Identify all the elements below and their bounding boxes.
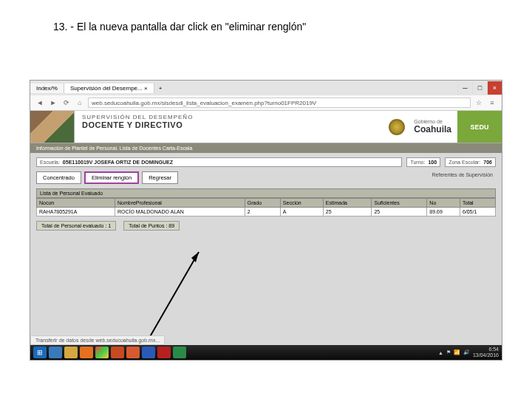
turno-label: Turno: [410,160,425,165]
powerpoint-icon[interactable] [111,347,124,358]
cell-estimada: 25 [323,208,372,216]
minimize-button[interactable]: ─ [457,81,472,95]
pdf-icon[interactable] [157,347,171,358]
window-controls: ─ □ × [457,81,502,95]
escuela-field: Escuela: 05E110019V JOSEFA ORTIZ DE DOMI… [36,157,402,167]
zona-value: 706 [483,160,492,165]
status-bar: Transferir de datos desde web.seducoahui… [30,335,165,345]
tab-close-icon[interactable]: × [144,85,148,92]
taskbar: ⊞ ▲ ⚑ 📶 🔊 6:54 13/04/2016 [30,345,502,360]
table-row[interactable]: RAHA7805291A ROCÍO MALDONADO ALAN 2 A 25… [37,208,496,216]
tray-network-icon[interactable]: 📶 [454,349,460,355]
address-bar: ◄ ► ⟳ ⌂ web.seducoahuila.gob.mx/sisdesdi… [30,95,502,110]
field-row: Escuela: 05E110019V JOSEFA ORTIZ DE DOMI… [36,157,496,167]
seal-icon [389,119,405,135]
personnel-table: Nocon NombreProfesional Grado Sección Es… [36,198,496,216]
start-button[interactable]: ⊞ [33,347,47,358]
summary-personal-label: Total de Personal evaluado : [41,223,106,228]
reload-icon[interactable]: ⟳ [61,98,72,108]
clock-time: 6:54 [473,347,499,352]
forward-icon[interactable]: ► [48,98,58,108]
regresar-button[interactable]: Regresar [142,171,178,184]
header-line2: DOCENTE Y DIRECTIVO [82,120,378,129]
eliminar-renglon-button[interactable]: Eliminar renglón [84,171,139,184]
close-button[interactable]: × [487,81,502,95]
excel-icon[interactable] [173,347,186,358]
home-icon[interactable]: ⌂ [75,98,85,108]
cell-suficientes: 25 [372,208,427,216]
escuela-value: 05E110019V JOSEFA ORTIZ DE DOMINGUEZ [63,160,173,165]
th-estimada: Estimada [323,199,372,208]
gov-label: Gobierno de [414,119,451,124]
th-nombre: NombreProfesional [115,199,245,208]
gov-name: Coahuila [414,124,451,134]
new-tab-button[interactable]: + [154,85,167,92]
menu-icon[interactable]: ≡ [487,98,497,108]
escuela-label: Escuela: [40,160,60,165]
cell-nombre: ROCÍO MALDONADO ALAN [115,208,245,216]
zona-label: Zona Escolar: [449,160,480,165]
header-titles: SUPERVISIÓN DEL DESEMPEÑO DOCENTE Y DIRE… [75,111,386,143]
bookmark-icon[interactable]: ☆ [474,98,484,108]
powerpoint2-icon[interactable] [126,347,140,358]
th-seccion: Sección [280,199,323,208]
cell-nocon: RAHA7805291A [37,208,115,216]
summary-puntos-value: 89 [168,223,174,228]
word-icon[interactable] [142,347,155,358]
page-content: SUPERVISIÓN DEL DESEMPEÑO DOCENTE Y DIRE… [30,111,502,346]
cell-grado: 2 [245,208,280,216]
header-photo [30,111,75,143]
th-suficientes: Suficientes [372,199,427,208]
concentrado-button[interactable]: Concentrado [36,171,81,184]
sub-header: Lista de Personal Evaluado [36,188,496,198]
tray-flag-icon[interactable]: ⚑ [446,349,451,355]
header-gov: Gobierno de Coahuila [408,111,457,143]
clock[interactable]: 6:54 13/04/2016 [473,347,499,358]
th-no: No [427,199,460,208]
cell-total: 6/05/1 [460,208,495,216]
breadcrumb: Información de Plantel de Personal. List… [30,143,502,153]
chrome-icon[interactable] [95,347,109,358]
maximize-button[interactable]: □ [472,81,487,95]
header-banner: SUPERVISIÓN DEL DESEMPEÑO DOCENTE Y DIRE… [30,111,502,143]
th-nocon: Nocon [37,199,115,208]
turno-value: 100 [428,160,437,165]
ie-icon[interactable] [49,347,62,358]
cell-seccion: A [280,208,323,216]
browser-window: Index/% Supervisión del Desempe... × + ─… [30,80,502,361]
header-seal [386,111,408,143]
content-area: Escuela: 05E110019V JOSEFA ORTIZ DE DOMI… [30,153,502,235]
action-row: Concentrado Eliminar renglón Regresar Re… [36,171,496,184]
system-tray[interactable]: ▲ ⚑ 📶 🔊 6:54 13/04/2016 [438,347,499,358]
ref-header: Referentes de Supervisión [429,171,497,184]
tab-supervision[interactable]: Supervisión del Desempe... × [64,83,154,93]
instruction-text: 13. - El la nueva pantalla dar click en … [53,21,306,33]
summary-personal-value: 1 [108,223,111,228]
table-header-row: Nocon NombreProfesional Grado Sección Es… [37,199,496,208]
back-icon[interactable]: ◄ [35,98,45,108]
tab-bar: Index/% Supervisión del Desempe... × + ─… [30,81,502,95]
summary-puntos: Total de Puntos : 89 [123,221,180,231]
summary-row: Total de Personal evaluado : 1 Total de … [36,221,496,231]
summary-puntos-label: Total de Puntos : [129,223,167,228]
explorer-icon[interactable] [64,347,78,358]
browser-chrome: Index/% Supervisión del Desempe... × + ─… [30,81,502,111]
th-grado: Grado [245,199,280,208]
zona-field: Zona Escolar: 706 [445,157,496,167]
sedu-badge: SEDU [457,111,502,143]
tray-volume-icon[interactable]: 🔊 [463,349,470,355]
tab-index[interactable]: Index/% [30,83,64,93]
clock-date: 13/04/2016 [473,352,499,358]
turno-field: Turno: 100 [406,157,440,167]
cell-no: 89.69 [427,208,460,216]
header-line1: SUPERVISIÓN DEL DESEMPEÑO [82,114,378,120]
url-input[interactable]: web.seducoahuila.gob.mx/sisdesdi_lista_e… [88,98,471,108]
th-total: Total [460,199,495,208]
summary-personal: Total de Personal evaluado : 1 [36,221,116,231]
tray-up-icon[interactable]: ▲ [438,350,443,355]
firefox-icon[interactable] [80,347,93,358]
